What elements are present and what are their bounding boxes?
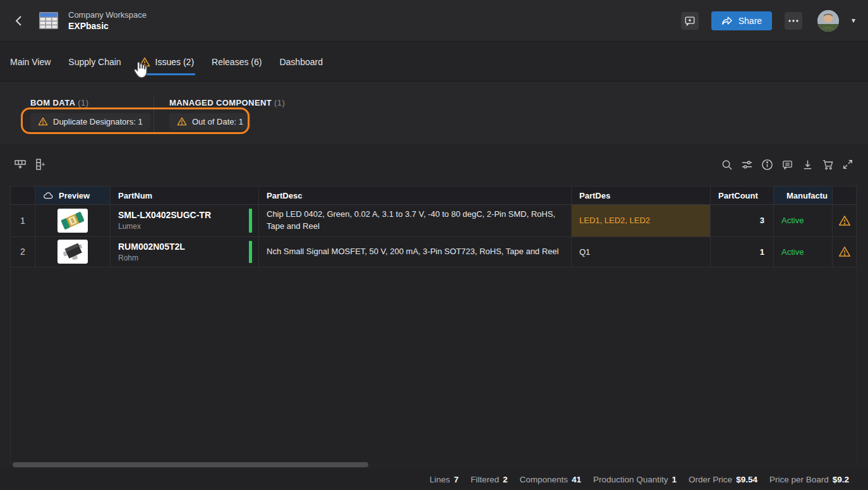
- column-label: PartDesc: [267, 191, 302, 200]
- lifecycle-bar: [249, 241, 252, 263]
- part-number: RUM002N05T2L: [118, 242, 185, 252]
- search-button[interactable]: [719, 157, 734, 172]
- download-button[interactable]: [800, 157, 815, 172]
- tab-label: Releases (6): [212, 57, 262, 67]
- stat-label: Price per Board: [769, 475, 829, 484]
- stat-filtered: Filtered 2: [471, 475, 508, 484]
- add-comment-button[interactable]: [681, 12, 699, 30]
- share-button[interactable]: Share: [711, 11, 772, 30]
- tab-releases[interactable]: Releases (6): [212, 42, 262, 82]
- part-preview-mosfet-image[interactable]: [57, 240, 88, 264]
- header-partcount[interactable]: PartCount: [711, 186, 774, 205]
- header-preview[interactable]: Preview: [35, 186, 111, 205]
- table-header-row: Preview PartNum PartDesc PartDes PartCou…: [10, 186, 857, 205]
- column-label: Manufactu: [787, 191, 828, 200]
- share-icon: [721, 16, 733, 26]
- share-button-label: Share: [738, 16, 762, 26]
- configure-columns-icon: [14, 158, 27, 171]
- part-preview-led-image[interactable]: [57, 209, 88, 233]
- workspace-logo-icon: [39, 12, 58, 29]
- header-partdesc[interactable]: PartDesc: [259, 186, 572, 205]
- info-button[interactable]: [759, 157, 775, 172]
- view-tabbar: Main View Supply Chain Issues (2) Releas…: [0, 42, 868, 82]
- horizontal-scrollbar[interactable]: [13, 462, 368, 467]
- partdes-cell[interactable]: Q1: [572, 237, 711, 267]
- comment-icon: [781, 159, 793, 171]
- part-manufacturer: Rohm: [118, 254, 138, 262]
- row-number: 1: [10, 205, 35, 237]
- header-partnum[interactable]: PartNum: [111, 186, 259, 205]
- add-column-button[interactable]: [33, 157, 48, 172]
- stat-label: Components: [519, 475, 568, 484]
- issue-group-count: (1): [78, 98, 88, 107]
- partcount-cell: 3: [711, 205, 774, 237]
- chip-duplicate-designators[interactable]: Duplicate Designators: 1: [30, 113, 150, 130]
- issue-group-title: MANAGED COMPONENT: [169, 98, 272, 107]
- column-label: PartDes: [579, 191, 610, 200]
- app-header: Company Workspace EXPbasic Share ▼: [0, 0, 868, 42]
- manufacturer-lifecycle-cell: Active: [774, 237, 833, 267]
- part-manufacturer: Lumex: [118, 222, 141, 231]
- stat-value: 1: [672, 475, 677, 484]
- bom-table: Preview PartNum PartDesc PartDes PartCou…: [10, 186, 857, 463]
- more-options-button[interactable]: [785, 12, 802, 30]
- tab-supply-chain[interactable]: Supply Chain: [68, 42, 121, 82]
- partnum-cell[interactable]: SML-LX0402SUGC-TR Lumex: [111, 205, 259, 237]
- partnum-cell[interactable]: RUM002N05T2L Rohm: [111, 237, 259, 267]
- tab-label: Dashboard: [279, 57, 323, 67]
- stat-components: Components 41: [519, 475, 581, 484]
- preview-cell[interactable]: [35, 237, 111, 267]
- lifecycle-bar: [249, 209, 252, 233]
- partdesc-cell: Nch Small Signal MOSFET, 50 V, 200 mA, 3…: [259, 237, 572, 267]
- warning-icon: [139, 57, 150, 67]
- header-partdes[interactable]: PartDes: [572, 186, 711, 205]
- download-icon: [802, 159, 814, 171]
- stat-label: Lines: [430, 475, 450, 484]
- row-warning-cell[interactable]: [833, 237, 857, 267]
- issue-group-managed-component: MANAGED COMPONENT(1): [169, 98, 285, 107]
- filter-button[interactable]: [739, 157, 754, 172]
- header-row-number: [10, 186, 35, 205]
- partcount-cell: 1: [711, 237, 774, 267]
- comments-button[interactable]: [780, 157, 795, 172]
- ellipsis-icon: [788, 20, 799, 22]
- stat-value: 41: [572, 475, 581, 484]
- issue-group-bom-data: BOM DATA(1): [30, 98, 88, 107]
- header-manufacturer[interactable]: Manufactu: [774, 186, 833, 205]
- cart-button[interactable]: [820, 157, 835, 172]
- partdes-cell-highlighted[interactable]: LED1, LED2, LED2: [572, 205, 711, 237]
- configure-columns-button[interactable]: [13, 157, 28, 172]
- user-avatar[interactable]: [817, 10, 839, 32]
- comment-plus-icon: [684, 15, 696, 27]
- fullscreen-icon: [842, 159, 853, 170]
- preview-cell[interactable]: [35, 205, 111, 237]
- issue-group-title: BOM DATA: [30, 98, 75, 107]
- info-icon: [761, 159, 773, 171]
- search-icon: [721, 159, 733, 171]
- column-label: PartCount: [718, 191, 758, 200]
- header-warnings: [833, 186, 857, 205]
- back-button[interactable]: [11, 14, 25, 28]
- warning-icon: [38, 117, 48, 126]
- warning-icon: [838, 246, 851, 257]
- tab-label: Main View: [10, 57, 51, 67]
- row-warning-cell[interactable]: [833, 205, 857, 237]
- tab-dashboard[interactable]: Dashboard: [279, 42, 323, 82]
- stat-value: $9.2: [833, 475, 849, 484]
- chip-label: Duplicate Designators: 1: [53, 117, 143, 126]
- cart-icon: [822, 159, 834, 171]
- table-row[interactable]: 2 RUM002N05T2L: [10, 237, 857, 267]
- table-row[interactable]: 1 SML-LX0402SUGC-: [10, 205, 857, 237]
- tab-issues[interactable]: Issues (2): [139, 42, 194, 82]
- table-empty-area: [10, 267, 857, 463]
- manufacturer-lifecycle-cell: Active: [774, 205, 833, 237]
- issues-summary-panel: BOM DATA(1) MANAGED COMPONENT(1) Duplica…: [0, 82, 868, 145]
- part-number: SML-LX0402SUGC-TR: [118, 210, 211, 220]
- issue-group-count: (1): [274, 98, 285, 107]
- warning-icon: [838, 215, 851, 226]
- avatar-dropdown-caret[interactable]: ▼: [850, 17, 857, 24]
- chip-out-of-date[interactable]: Out of Date: 1: [169, 113, 251, 130]
- stat-value: 2: [503, 475, 508, 484]
- fullscreen-button[interactable]: [840, 157, 855, 172]
- tab-main-view[interactable]: Main View: [10, 42, 51, 82]
